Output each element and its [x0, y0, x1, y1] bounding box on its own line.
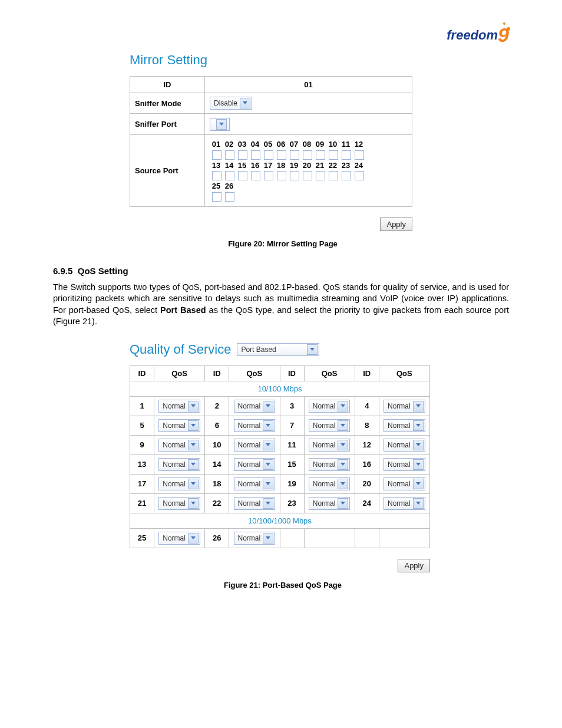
qos-priority-value: Normal	[388, 402, 411, 410]
source-port-checkbox[interactable]	[264, 171, 273, 180]
source-port-checkbox[interactable]	[355, 150, 364, 160]
mirror-apply-button[interactable]: Apply	[380, 218, 412, 231]
qos-port-id: 23	[280, 493, 304, 513]
source-port-checkbox[interactable]	[342, 171, 351, 180]
port-number: 04	[249, 140, 262, 149]
qos-col-qos: QoS	[229, 365, 280, 381]
qos-priority-value: Normal	[313, 480, 336, 488]
source-port-checkbox[interactable]	[342, 150, 351, 160]
svg-marker-24	[266, 502, 270, 505]
source-port-checkbox[interactable]	[238, 171, 247, 180]
port-number: 26	[223, 182, 236, 190]
source-port-checkbox[interactable]	[212, 171, 222, 180]
qos-apply-button[interactable]: Apply	[398, 559, 430, 572]
qos-priority-value: Normal	[238, 534, 261, 542]
qos-priority-value: Normal	[238, 441, 261, 449]
source-port-checkbox[interactable]	[277, 171, 286, 180]
qos-priority-select[interactable]: Normal	[309, 497, 351, 510]
qos-priority-select[interactable]: Normal	[158, 532, 200, 545]
port-number: 06	[275, 140, 287, 149]
source-port-checkbox[interactable]	[225, 171, 234, 180]
source-port-label: Source Port	[130, 135, 205, 207]
qos-header-row: ID QoS ID QoS ID QoS ID QoS	[130, 365, 430, 381]
source-port-checkbox[interactable]	[251, 171, 260, 180]
source-port-checkbox[interactable]	[225, 192, 234, 202]
qos-priority-select[interactable]: Normal	[234, 477, 276, 490]
qos-priority-select[interactable]: Normal	[309, 419, 351, 432]
qos-priority-select[interactable]: Normal	[234, 458, 276, 471]
qos-priority-select[interactable]: Normal	[384, 497, 425, 510]
source-port-checkbox[interactable]	[303, 171, 312, 180]
chevron-down-icon	[307, 344, 318, 355]
qos-port-id: 22	[205, 493, 229, 513]
qos-priority-select[interactable]: Normal	[309, 439, 351, 452]
source-port-checkbox[interactable]	[303, 150, 312, 160]
qos-priority-value: Normal	[238, 421, 261, 430]
qos-priority-value: Normal	[163, 421, 186, 430]
source-port-checkbox[interactable]	[316, 150, 325, 160]
svg-marker-11	[191, 443, 196, 446]
svg-marker-5	[340, 404, 345, 407]
source-port-checkbox[interactable]	[264, 150, 273, 160]
qos-priority-select[interactable]: Normal	[234, 400, 276, 413]
source-port-checkbox[interactable]	[251, 150, 260, 160]
qos-col-qos: QoS	[379, 365, 429, 381]
qos-priority-value: Normal	[238, 460, 261, 469]
source-port-checkbox[interactable]	[329, 150, 338, 160]
speed-section-row: 10/100/1000 Mbps	[130, 513, 430, 528]
source-port-checkbox[interactable]	[225, 150, 234, 160]
source-port-checkbox[interactable]	[355, 171, 364, 180]
qos-priority-select[interactable]: Normal	[234, 532, 276, 545]
qos-priority-select[interactable]: Normal	[158, 477, 200, 490]
source-port-checkbox[interactable]	[212, 192, 222, 202]
qos-priority-select[interactable]: Normal	[384, 400, 425, 413]
qos-priority-select[interactable]: Normal	[309, 477, 351, 490]
svg-marker-6	[416, 404, 421, 407]
qos-priority-select[interactable]: Normal	[309, 400, 351, 413]
qos-port-id: 11	[280, 435, 304, 454]
section-heading: 6.9.5 QoS Setting	[53, 266, 509, 276]
qos-port-id: 26	[205, 528, 229, 548]
qos-priority-select[interactable]: Normal	[158, 419, 200, 432]
source-port-checkbox[interactable]	[329, 171, 338, 180]
source-port-checkbox[interactable]	[290, 171, 299, 180]
source-port-checkbox[interactable]	[238, 150, 247, 160]
sniffer-mode-select[interactable]: Disable	[210, 97, 252, 110]
qos-priority-select[interactable]: Normal	[234, 419, 276, 432]
qos-col-id: ID	[355, 365, 379, 381]
qos-row: 21Normal22Normal23Normal24Normal	[130, 493, 430, 513]
qos-priority-select[interactable]: Normal	[158, 400, 200, 413]
qos-priority-select[interactable]: Normal	[158, 497, 200, 510]
qos-priority-select[interactable]: Normal	[158, 458, 200, 471]
qos-priority-select[interactable]: Normal	[309, 458, 351, 471]
qos-row: 9Normal10Normal11Normal12Normal	[130, 435, 430, 454]
sniffer-port-select[interactable]	[210, 118, 230, 131]
qos-port-id: 15	[280, 454, 304, 474]
source-port-checkbox[interactable]	[316, 171, 325, 180]
qos-priority-select[interactable]: Normal	[234, 497, 276, 510]
chevron-down-icon	[188, 533, 199, 543]
qos-priority-value: Normal	[388, 441, 411, 449]
qos-priority-select[interactable]: Normal	[158, 439, 200, 452]
qos-row: 1Normal2Normal3Normal4Normal	[130, 396, 430, 416]
qos-table: ID QoS ID QoS ID QoS ID QoS 10/100 Mbps1…	[130, 365, 430, 548]
qos-priority-select[interactable]: Normal	[384, 477, 425, 490]
qos-mode-select[interactable]: Port Based	[237, 343, 319, 356]
qos-priority-select[interactable]: Normal	[234, 439, 276, 452]
qos-priority-value: Normal	[163, 534, 186, 542]
qos-priority-select[interactable]: Normal	[384, 458, 425, 471]
source-port-checkbox[interactable]	[212, 150, 222, 160]
section-title: QoS Setting	[78, 266, 128, 276]
qos-port-id: 20	[355, 474, 379, 493]
mirror-id-header: ID	[130, 77, 205, 93]
chevron-down-icon	[263, 479, 273, 489]
qos-priority-value: Normal	[163, 480, 186, 488]
source-port-checkbox[interactable]	[290, 150, 299, 160]
chevron-down-icon	[263, 459, 273, 470]
qos-priority-value: Normal	[238, 480, 261, 488]
qos-priority-select[interactable]: Normal	[384, 419, 425, 432]
chevron-down-icon	[338, 420, 348, 431]
source-port-checkbox[interactable]	[277, 150, 286, 160]
qos-priority-select[interactable]: Normal	[384, 439, 425, 452]
qos-port-id: 5	[130, 416, 154, 435]
